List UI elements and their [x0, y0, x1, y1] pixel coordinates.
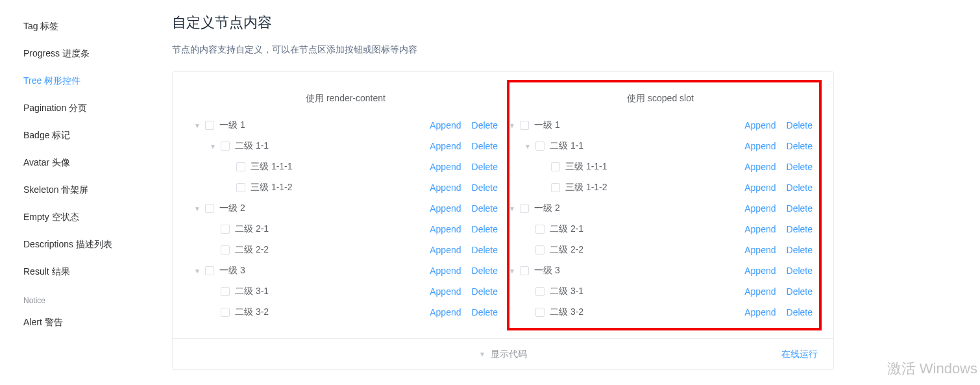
append-button[interactable]: Append: [430, 182, 461, 193]
append-button[interactable]: Append: [744, 120, 776, 130]
append-button[interactable]: Append: [744, 141, 776, 151]
append-button[interactable]: Append: [744, 182, 776, 193]
tree-node[interactable]: ▼二级 3-2AppendDelete: [188, 302, 503, 323]
delete-button[interactable]: Delete: [787, 307, 813, 317]
checkbox[interactable]: [535, 225, 545, 234]
tree-node[interactable]: ▼二级 1-1AppendDelete: [503, 136, 818, 156]
checkbox[interactable]: [205, 266, 214, 275]
checkbox[interactable]: [551, 162, 560, 171]
checkbox[interactable]: [535, 142, 545, 151]
delete-button[interactable]: Delete: [472, 307, 498, 317]
tree-node[interactable]: ▼一级 2AppendDelete: [503, 198, 818, 219]
append-button[interactable]: Append: [430, 307, 461, 317]
append-button[interactable]: Append: [744, 245, 776, 255]
tree-node[interactable]: ▼二级 2-1AppendDelete: [188, 219, 503, 240]
expand-caret-icon[interactable]: ▼: [508, 121, 516, 129]
checkbox[interactable]: [221, 142, 230, 151]
delete-button[interactable]: Delete: [472, 182, 498, 193]
checkbox[interactable]: [535, 245, 545, 255]
delete-button[interactable]: Delete: [472, 141, 498, 151]
checkbox[interactable]: [205, 121, 214, 130]
tree-node[interactable]: ▼一级 1AppendDelete: [188, 115, 503, 136]
delete-button[interactable]: Delete: [472, 266, 498, 276]
append-button[interactable]: Append: [430, 224, 461, 234]
tree-node[interactable]: ▼一级 2AppendDelete: [188, 198, 503, 219]
sidebar-item[interactable]: Skeleton 骨架屏: [0, 177, 172, 204]
checkbox[interactable]: [520, 204, 529, 213]
tree-node[interactable]: ▼一级 1AppendDelete: [503, 115, 818, 136]
tree-node[interactable]: ▼二级 1-1AppendDelete: [188, 136, 503, 156]
expand-caret-icon[interactable]: ▼: [508, 267, 516, 275]
append-button[interactable]: Append: [744, 266, 776, 276]
checkbox[interactable]: [236, 183, 245, 192]
checkbox[interactable]: [535, 308, 545, 317]
checkbox[interactable]: [551, 183, 560, 192]
tree-node[interactable]: ▼二级 2-2AppendDelete: [188, 240, 503, 260]
online-run-link[interactable]: 在线运行: [781, 349, 818, 360]
tree-node[interactable]: ▼二级 2-2AppendDelete: [503, 240, 818, 260]
delete-button[interactable]: Delete: [472, 203, 498, 214]
checkbox[interactable]: [221, 308, 230, 317]
sidebar-item[interactable]: Alert 警告: [0, 309, 172, 336]
append-button[interactable]: Append: [430, 120, 461, 130]
delete-button[interactable]: Delete: [787, 245, 813, 255]
expand-caret-icon[interactable]: ▼: [193, 205, 201, 212]
delete-button[interactable]: Delete: [472, 120, 498, 130]
append-button[interactable]: Append: [430, 162, 461, 172]
sidebar-item[interactable]: Descriptions 描述列表: [0, 231, 172, 258]
sidebar-item[interactable]: Avatar 头像: [0, 149, 172, 177]
append-button[interactable]: Append: [430, 266, 461, 276]
tree-node[interactable]: ▼一级 3AppendDelete: [188, 260, 503, 281]
checkbox[interactable]: [205, 204, 214, 213]
expand-caret-icon[interactable]: ▼: [193, 121, 201, 129]
append-button[interactable]: Append: [430, 286, 461, 297]
tree-node[interactable]: ▼二级 3-1AppendDelete: [188, 281, 503, 302]
tree-node[interactable]: ▼三级 1-1-1AppendDelete: [503, 156, 818, 177]
tree-node[interactable]: ▼三级 1-1-1AppendDelete: [188, 156, 503, 177]
sidebar-item[interactable]: Progress 进度条: [0, 40, 172, 68]
delete-button[interactable]: Delete: [787, 162, 813, 172]
tree-node[interactable]: ▼二级 3-2AppendDelete: [503, 302, 818, 323]
append-button[interactable]: Append: [744, 162, 776, 172]
delete-button[interactable]: Delete: [787, 203, 813, 214]
sidebar-item[interactable]: Empty 空状态: [0, 204, 172, 231]
append-button[interactable]: Append: [430, 203, 461, 214]
delete-button[interactable]: Delete: [472, 245, 498, 255]
append-button[interactable]: Append: [430, 245, 461, 255]
checkbox[interactable]: [221, 225, 230, 234]
sidebar-item[interactable]: Badge 标记: [0, 122, 172, 149]
demo-footer[interactable]: ▼ 显示代码 在线运行: [173, 338, 833, 369]
delete-button[interactable]: Delete: [472, 224, 498, 234]
checkbox[interactable]: [221, 287, 230, 296]
delete-button[interactable]: Delete: [787, 141, 813, 151]
tree-node[interactable]: ▼二级 2-1AppendDelete: [503, 219, 818, 240]
expand-caret-icon[interactable]: ▼: [193, 267, 201, 275]
delete-button[interactable]: Delete: [787, 224, 813, 234]
delete-button[interactable]: Delete: [472, 286, 498, 297]
checkbox[interactable]: [535, 287, 545, 296]
append-button[interactable]: Append: [744, 203, 776, 214]
sidebar-item[interactable]: Pagination 分页: [0, 95, 172, 122]
tree-node[interactable]: ▼二级 3-1AppendDelete: [503, 281, 818, 302]
delete-button[interactable]: Delete: [787, 286, 813, 297]
append-button[interactable]: Append: [744, 286, 776, 297]
expand-caret-icon[interactable]: ▼: [209, 142, 217, 150]
delete-button[interactable]: Delete: [787, 120, 813, 130]
delete-button[interactable]: Delete: [787, 182, 813, 193]
expand-caret-icon[interactable]: ▼: [508, 205, 516, 212]
sidebar-item[interactable]: Tag 标签: [0, 13, 172, 40]
tree-node[interactable]: ▼一级 3AppendDelete: [503, 260, 818, 281]
checkbox[interactable]: [236, 162, 245, 171]
tree-node[interactable]: ▼三级 1-1-2AppendDelete: [188, 177, 503, 198]
delete-button[interactable]: Delete: [472, 162, 498, 172]
append-button[interactable]: Append: [430, 141, 461, 151]
tree-node[interactable]: ▼三级 1-1-2AppendDelete: [503, 177, 818, 198]
delete-button[interactable]: Delete: [787, 266, 813, 276]
checkbox[interactable]: [221, 245, 230, 255]
append-button[interactable]: Append: [744, 307, 776, 317]
sidebar-item[interactable]: Result 结果: [0, 258, 172, 286]
checkbox[interactable]: [520, 121, 529, 130]
append-button[interactable]: Append: [744, 224, 776, 234]
checkbox[interactable]: [520, 266, 529, 275]
sidebar-item[interactable]: Tree 树形控件: [0, 68, 172, 95]
